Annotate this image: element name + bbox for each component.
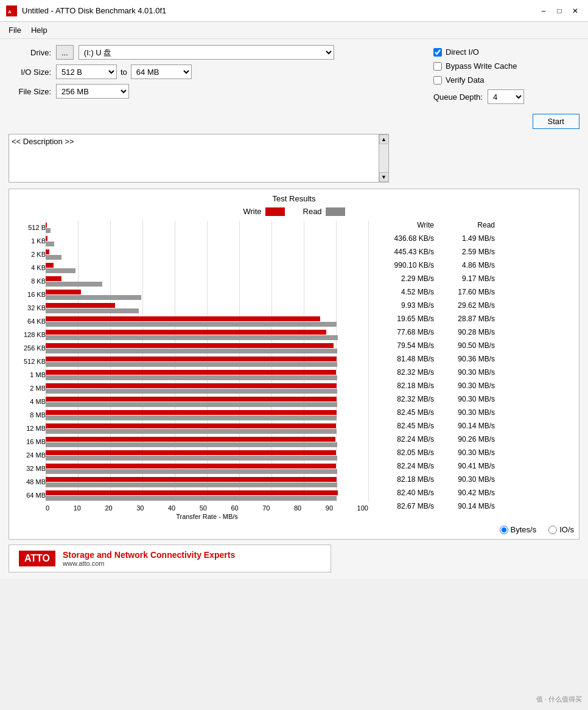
direct-io-checkbox[interactable] xyxy=(433,48,442,57)
maximize-button[interactable]: □ xyxy=(553,4,566,18)
io-to-select[interactable]: 64 MB xyxy=(131,64,192,79)
y-label: 12 MB xyxy=(14,422,46,435)
description-scrollbar[interactable]: ▲ ▼ xyxy=(379,134,388,182)
data-read-value: 28.87 MB/s xyxy=(434,315,495,323)
left-controls: Drive: ... (I:) U 盘 I/O Size: 512 B to 6… xyxy=(9,45,421,103)
data-row: 82.45 MB/s90.14 MB/s xyxy=(373,419,495,433)
ios-radio[interactable] xyxy=(548,526,557,534)
data-table: Write Read 436.68 KB/s1.49 MB/s445.43 KB… xyxy=(373,221,495,520)
app-icon: A xyxy=(6,5,17,16)
read-bar xyxy=(46,375,337,380)
data-write-value: 79.54 MB/s xyxy=(373,341,434,350)
data-write-value: 82.24 MB/s xyxy=(373,462,434,470)
close-button[interactable]: ✕ xyxy=(569,4,582,18)
watermark: 值 · 什么值得买 xyxy=(536,695,582,704)
data-row: 82.18 MB/s90.30 MB/s xyxy=(373,379,495,392)
window-title: Untitled - ATTO Disk Benchmark 4.01.0f1 xyxy=(22,6,166,15)
x-axis-title: Transfer Rate - MB/s xyxy=(46,513,368,520)
data-write-value: 82.18 MB/s xyxy=(373,475,434,484)
data-write-value: 82.24 MB/s xyxy=(373,435,434,444)
atto-tagline: Storage and Network Connectivity Experts xyxy=(63,550,235,560)
data-read-value: 90.36 MB/s xyxy=(434,355,495,363)
write-bar xyxy=(46,290,81,294)
data-write-value: 82.32 MB/s xyxy=(373,395,434,403)
bar-row xyxy=(46,448,368,462)
read-bar xyxy=(46,228,51,233)
data-write-value: 445.43 KB/s xyxy=(373,248,434,256)
data-write-value: 82.45 MB/s xyxy=(373,422,434,430)
bar-row xyxy=(46,248,368,261)
write-bar xyxy=(46,223,47,228)
read-bar xyxy=(46,268,75,273)
atto-logo: ATTO xyxy=(19,551,55,566)
data-write-value: 436.68 KB/s xyxy=(373,234,434,243)
x-axis-label: 70 xyxy=(262,504,270,512)
bypass-write-cache-checkbox[interactable] xyxy=(433,62,442,71)
start-button[interactable]: Start xyxy=(533,114,579,129)
data-read-value: 90.30 MB/s xyxy=(434,475,495,484)
bytes-radio[interactable] xyxy=(500,526,508,534)
data-row: 82.32 MB/s90.30 MB/s xyxy=(373,366,495,379)
data-row: 990.10 KB/s4.86 MB/s xyxy=(373,259,495,272)
x-axis-label: 100 xyxy=(357,504,368,512)
data-read-value: 29.62 MB/s xyxy=(434,301,495,310)
x-axis: 0102030405060708090100 Transfer Rate - M… xyxy=(46,502,368,520)
minimize-button[interactable]: – xyxy=(537,4,550,18)
write-legend-label: Write xyxy=(243,207,261,216)
bar-row xyxy=(46,462,368,475)
data-write-value: 82.05 MB/s xyxy=(373,448,434,457)
bypass-write-cache-label: Bypass Write Cache xyxy=(446,61,517,71)
data-write-value: 81.48 MB/s xyxy=(373,355,434,363)
bar-row xyxy=(46,328,368,341)
svg-text:A: A xyxy=(8,9,12,15)
chart-bars-wrapper: 0102030405060708090100 Transfer Rate - M… xyxy=(46,221,368,520)
bytes-label: Bytes/s xyxy=(511,525,537,534)
io-size-label: I/O Size: xyxy=(9,68,51,77)
y-label: 4 MB xyxy=(14,395,46,408)
x-axis-label: 10 xyxy=(74,504,81,512)
read-bar xyxy=(46,456,337,461)
scroll-down-arrow[interactable]: ▼ xyxy=(379,172,389,182)
menu-help[interactable]: Help xyxy=(26,23,52,38)
drive-row: Drive: ... (I:) U 盘 xyxy=(9,45,421,60)
bar-row xyxy=(46,489,368,502)
io-from-select[interactable]: 512 B xyxy=(56,64,117,79)
y-label: 1 MB xyxy=(14,368,46,381)
data-row: 82.32 MB/s90.30 MB/s xyxy=(373,392,495,406)
data-read-value: 90.28 MB/s xyxy=(434,328,495,336)
read-legend-color xyxy=(326,207,345,216)
read-bar xyxy=(46,255,61,260)
verify-data-checkbox[interactable] xyxy=(433,76,442,85)
data-row: 19.65 MB/s28.87 MB/s xyxy=(373,312,495,325)
y-label: 512 KB xyxy=(14,355,46,368)
write-bar xyxy=(46,303,115,308)
queue-depth-select[interactable]: 4 xyxy=(488,89,524,104)
menu-file[interactable]: File xyxy=(4,23,26,38)
queue-depth-label: Queue Depth: xyxy=(433,92,483,102)
y-label: 16 MB xyxy=(14,435,46,448)
bar-row xyxy=(46,395,368,408)
data-read-value: 90.30 MB/s xyxy=(434,448,495,457)
test-results-panel: Test Results Write Read 512 B1 KB2 KB4 K… xyxy=(9,189,579,540)
read-bar xyxy=(46,362,337,367)
chart-legend: Write Read xyxy=(14,207,574,216)
data-row: 2.29 MB/s9.17 MB/s xyxy=(373,272,495,285)
x-axis-label: 40 xyxy=(168,504,175,512)
verify-data-row: Verify Data xyxy=(433,75,579,85)
read-bar xyxy=(46,442,337,447)
bytes-radio-item: Bytes/s xyxy=(500,525,537,534)
write-bar xyxy=(46,236,47,241)
chart-data-layout: 512 B1 KB2 KB4 KB8 KB16 KB32 KB64 KB128 … xyxy=(14,221,574,520)
drive-label: Drive: xyxy=(9,48,51,57)
bars-container xyxy=(46,221,368,502)
drive-select[interactable]: (I:) U 盘 xyxy=(79,45,334,60)
read-bar xyxy=(46,335,338,340)
scroll-up-arrow[interactable]: ▲ xyxy=(379,134,389,144)
x-axis-label: 20 xyxy=(105,504,112,512)
data-table-header: Write Read xyxy=(373,221,495,229)
browse-button[interactable]: ... xyxy=(56,45,74,60)
data-read-value: 2.59 MB/s xyxy=(434,248,495,256)
bar-row xyxy=(46,234,368,248)
file-size-select[interactable]: 256 MB xyxy=(56,84,129,99)
y-label: 16 KB xyxy=(14,288,46,301)
